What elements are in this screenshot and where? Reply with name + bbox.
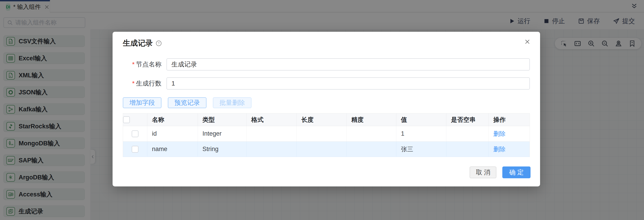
- row-checkbox[interactable]: [132, 146, 138, 153]
- node-name-label: 节点名称: [136, 61, 162, 68]
- modal-footer: 取 消 确 定: [470, 166, 530, 178]
- add-field-button[interactable]: 增加字段: [123, 97, 162, 108]
- select-all-checkbox[interactable]: [123, 116, 130, 123]
- preview-records-button[interactable]: 预览记录: [168, 97, 206, 108]
- help-icon[interactable]: ?: [156, 40, 162, 46]
- table-row: id Integer 1 删除: [123, 126, 530, 141]
- modal-header: 生成记录 ?: [123, 32, 530, 48]
- fields-table: 名称 类型 格式 长度 精度 值 是否空串 操作 id Integer 1 删除: [123, 113, 530, 157]
- delete-row-link[interactable]: 删除: [493, 130, 506, 137]
- col-length: 长度: [296, 113, 346, 126]
- table-row: name String 张三 删除: [123, 141, 530, 157]
- modal-form: *节点名称 *生成行数: [123, 58, 530, 90]
- modal-close-icon[interactable]: [524, 39, 530, 46]
- ok-button[interactable]: 确 定: [502, 166, 530, 178]
- modal-title: 生成记录: [123, 38, 153, 48]
- table-header-row: 名称 类型 格式 长度 精度 值 是否空串 操作: [123, 113, 530, 126]
- col-is-empty: 是否空串: [446, 113, 489, 126]
- row-count-row: *生成行数: [123, 77, 530, 90]
- required-asterisk: *: [132, 80, 134, 87]
- col-name: 名称: [147, 113, 198, 126]
- col-precision: 精度: [346, 113, 396, 126]
- col-format: 格式: [246, 113, 296, 126]
- row-count-input[interactable]: [166, 77, 530, 90]
- node-name-row: *节点名称: [123, 58, 530, 71]
- delete-row-link[interactable]: 删除: [493, 146, 506, 153]
- cancel-button[interactable]: 取 消: [470, 166, 496, 178]
- batch-delete-button[interactable]: 批量删除: [213, 97, 252, 108]
- row-checkbox[interactable]: [132, 130, 138, 137]
- generate-record-modal: 生成记录 ? *节点名称 *生成行数 增加字段 预览记录 批量删除 名称 类型: [112, 32, 540, 186]
- row-count-label: 生成行数: [136, 80, 162, 87]
- col-value: 值: [396, 113, 446, 126]
- table-actions: 增加字段 预览记录 批量删除: [123, 97, 530, 108]
- node-name-input[interactable]: [166, 58, 530, 71]
- col-type: 类型: [198, 113, 247, 126]
- required-asterisk: *: [132, 61, 134, 68]
- svg-text:?: ?: [158, 41, 160, 45]
- col-operation: 操作: [489, 113, 530, 126]
